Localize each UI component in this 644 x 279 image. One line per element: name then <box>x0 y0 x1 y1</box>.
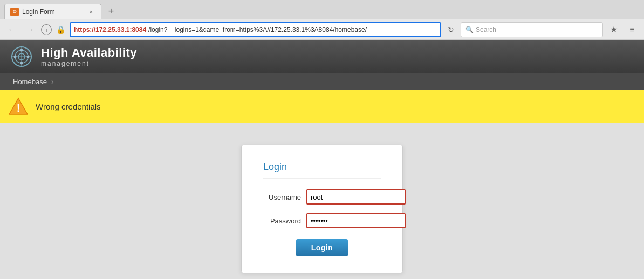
password-label: Password <box>263 217 301 225</box>
tab-bar: ⚙ Login Form × + <box>0 0 644 19</box>
breadcrumb-homebase[interactable]: Homebase <box>9 77 51 87</box>
back-button[interactable]: ← <box>4 22 19 37</box>
search-icon: 🔍 <box>465 26 474 33</box>
page-content: High Availability management Homebase › … <box>0 40 644 279</box>
browser-menu-button[interactable]: ≡ <box>625 22 640 37</box>
search-bar[interactable]: 🔍 Search <box>461 22 603 37</box>
forward-button[interactable]: → <box>23 22 38 37</box>
login-btn-row: Login <box>263 239 381 256</box>
app-title-sub: management <box>41 60 137 67</box>
new-tab-button[interactable]: + <box>104 4 119 19</box>
breadcrumb-separator: › <box>51 77 54 86</box>
app-title-block: High Availability management <box>41 46 137 67</box>
main-content: Login Username Password Login <box>0 123 644 279</box>
browser-chrome: ⚙ Login Form × + ← → i 🔒 https://172.25.… <box>0 0 644 40</box>
warning-icon: ! <box>9 97 28 116</box>
app-logo-icon <box>11 46 32 67</box>
address-highlight: https://172.25.33.1:8084 <box>74 26 146 33</box>
svg-point-8 <box>14 56 17 58</box>
nav-bar: ← → i 🔒 https://172.25.33.1:8084 /login?… <box>0 19 644 40</box>
app-title-main: High Availability <box>41 46 137 60</box>
refresh-button[interactable]: ↻ <box>444 23 457 36</box>
login-form-title: Login <box>263 161 381 179</box>
svg-point-6 <box>27 56 30 58</box>
info-button[interactable]: i <box>41 24 52 35</box>
svg-point-5 <box>20 49 23 52</box>
browser-tab[interactable]: ⚙ Login Form × <box>4 4 101 19</box>
password-row: Password <box>263 213 381 228</box>
bookmark-button[interactable]: ★ <box>606 22 621 37</box>
search-placeholder: Search <box>476 26 598 33</box>
warning-message: Wrong credentials <box>36 102 101 111</box>
password-input[interactable] <box>306 213 406 228</box>
address-rest: /login?__logins=1&came_from=https%3A//17… <box>148 26 367 33</box>
svg-text:!: ! <box>17 102 20 114</box>
username-row: Username <box>263 189 381 205</box>
breadcrumb-bar: Homebase › <box>0 73 644 90</box>
login-button[interactable]: Login <box>296 239 348 256</box>
tab-close-button[interactable]: × <box>87 8 95 16</box>
tab-title: Login Form <box>22 8 84 16</box>
address-bar[interactable]: https://172.25.33.1:8084 /login?__logins… <box>70 22 441 37</box>
username-input[interactable] <box>306 189 406 205</box>
app-header: High Availability management <box>0 40 644 73</box>
svg-point-7 <box>20 62 23 65</box>
tab-favicon: ⚙ <box>10 8 19 16</box>
login-card: Login Username Password Login <box>241 145 403 273</box>
lock-icon: 🔒 <box>55 25 66 34</box>
warning-bar: ! Wrong credentials <box>0 90 644 123</box>
username-label: Username <box>263 193 301 201</box>
